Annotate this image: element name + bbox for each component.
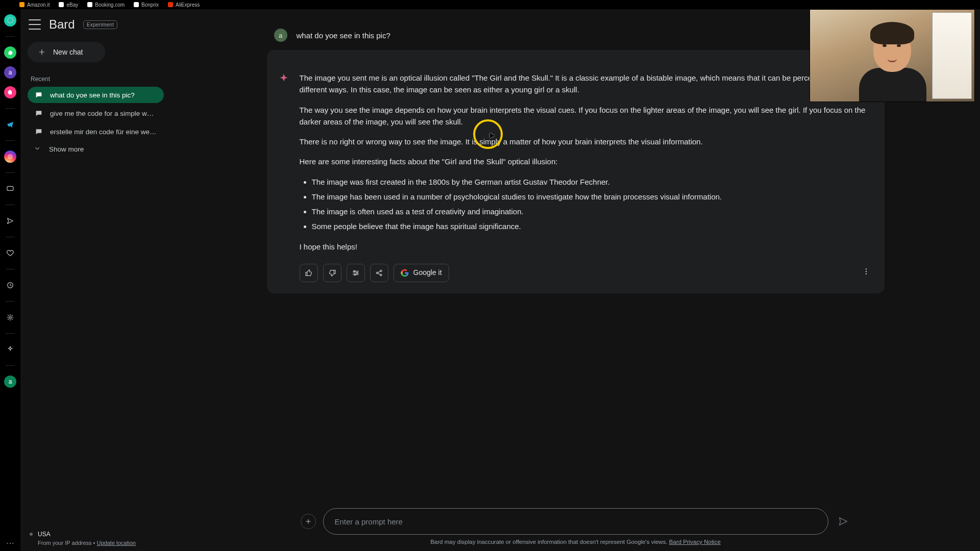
plus-icon — [37, 47, 47, 57]
response-list-item: The image has been used in a number of p… — [312, 191, 873, 203]
tab-label: AliExpress — [176, 2, 200, 8]
prompt-input[interactable] — [335, 517, 817, 526]
rail-icon-send[interactable] — [4, 215, 16, 227]
svg-rect-1 — [8, 155, 12, 159]
new-chat-label: New chat — [53, 48, 83, 56]
response-paragraph: Here are some interesting facts about th… — [300, 156, 873, 167]
tab-label: eBay — [66, 2, 78, 8]
svg-point-2 — [9, 156, 11, 157]
location-country: USA — [38, 531, 51, 538]
tune-button[interactable] — [347, 264, 365, 282]
rail-icon-settings[interactable] — [4, 311, 16, 323]
chat-item-label: erstelle mir den code für eine we… — [50, 128, 157, 136]
chat-list: what do yoe see in this pic? give me the… — [28, 87, 164, 140]
chat-item-label: what do yoe see in this pic? — [50, 91, 135, 99]
tab-label: Bonprix — [141, 2, 159, 8]
recent-label: Recent — [31, 76, 161, 83]
privacy-notice-link[interactable]: Bard Privacy Notice — [669, 539, 721, 545]
svg-point-12 — [865, 268, 866, 269]
browser-tab-amazon[interactable]: Amazon.it — [19, 2, 50, 8]
browser-tab-booking[interactable]: Booking.com — [87, 2, 125, 8]
svg-rect-3 — [7, 186, 13, 190]
browser-tabstrip: Amazon.it eBay Booking.com Bonprix AliEx… — [0, 0, 980, 9]
svg-point-13 — [865, 271, 866, 272]
app-rail: a a ⋯ — [0, 9, 20, 551]
response-list-item: The image was first created in the 1800s… — [312, 176, 873, 188]
show-more-button[interactable]: Show more — [28, 141, 164, 158]
chevron-down-icon — [34, 145, 42, 154]
svg-point-0 — [8, 18, 13, 23]
response-list: The image was first created in the 1800s… — [312, 176, 873, 233]
prompt-area: Bard may display inaccurate or offensive… — [186, 504, 965, 551]
sidebar-footer: USA From your IP address • Update locati… — [28, 531, 164, 546]
chat-item[interactable]: erstelle mir den code für eine we… — [28, 123, 164, 140]
user-avatar: a — [274, 29, 287, 42]
thumbs-down-button[interactable] — [323, 264, 341, 282]
experiment-badge: Experiment — [83, 20, 118, 29]
more-options-icon[interactable] — [859, 264, 873, 282]
response-list-item: The image is often used as a test of cre… — [312, 206, 873, 217]
thumbs-up-button[interactable] — [300, 264, 318, 282]
send-button[interactable] — [836, 514, 851, 529]
rail-icon-chat[interactable] — [4, 183, 16, 195]
response-paragraph: The way you see the image depends on how… — [300, 104, 873, 128]
bard-spark-icon — [278, 73, 290, 282]
user-message-text: what do yoe see in this pic? — [297, 31, 390, 40]
response-list-item: Some people believe that the image has s… — [312, 220, 873, 232]
rail-icon-history[interactable] — [4, 279, 16, 291]
brand-title: Bard — [49, 17, 75, 32]
tab-label: Booking.com — [95, 2, 125, 8]
update-location-link[interactable]: Update location — [97, 540, 136, 546]
browser-tab-bonprix[interactable]: Bonprix — [134, 2, 159, 8]
location-source: From your IP address • — [38, 540, 97, 546]
svg-point-5 — [9, 316, 11, 318]
disclaimer: Bard may display inaccurate or offensive… — [186, 535, 965, 548]
chat-bubble-icon — [35, 109, 43, 117]
prompt-input-wrap[interactable] — [323, 508, 828, 535]
browser-tab-ebay[interactable]: eBay — [59, 2, 78, 8]
rail-icon-workspace-active[interactable] — [4, 14, 16, 27]
chat-item[interactable]: give me the code for a simple w… — [28, 105, 164, 121]
disclaimer-text: Bard may display inaccurate or offensive… — [430, 539, 669, 545]
rail-icon-purple-app[interactable]: a — [4, 66, 16, 79]
chat-item[interactable]: what do yoe see in this pic? — [28, 87, 164, 103]
share-button[interactable] — [370, 264, 388, 282]
location-dot-icon — [30, 533, 33, 536]
rail-more-icon[interactable]: ⋯ — [6, 538, 14, 551]
google-logo-icon — [401, 269, 409, 277]
response-paragraph: I hope this helps! — [300, 241, 873, 253]
rail-icon-telegram[interactable] — [4, 118, 16, 131]
rail-icon-sparkle[interactable] — [4, 343, 16, 356]
svg-point-14 — [865, 273, 866, 274]
response-paragraph: There is no right or wrong way to see th… — [300, 136, 873, 147]
rail-icon-heart[interactable] — [4, 247, 16, 259]
response-paragraph: The image you sent me is an optical illu… — [300, 72, 873, 96]
google-it-label: Google it — [413, 267, 442, 279]
new-chat-button[interactable]: New chat — [28, 42, 105, 62]
google-it-button[interactable]: Google it — [394, 264, 449, 282]
chat-bubble-icon — [35, 91, 43, 99]
sidebar: Bard Experiment New chat Recent what do … — [20, 9, 171, 551]
rail-icon-whatsapp[interactable] — [4, 46, 16, 59]
webcam-overlay — [810, 9, 975, 102]
show-more-label: Show more — [49, 145, 84, 153]
tab-label: Amazon.it — [27, 2, 50, 8]
response-text: The image you sent me is an optical illu… — [300, 72, 873, 282]
rail-icon-avatar-a[interactable]: a — [4, 375, 16, 388]
chat-bubble-icon — [35, 128, 43, 136]
response-block: View other d The image you sent me is an… — [267, 50, 885, 293]
attach-button[interactable] — [301, 514, 316, 529]
bard-app: Bard Experiment New chat Recent what do … — [20, 9, 980, 551]
rail-icon-instagram[interactable] — [4, 151, 16, 163]
chat-item-label: give me the code for a simple w… — [50, 110, 154, 117]
feedback-row: Google it — [300, 264, 873, 282]
user-message-row: a what do yoe see in this pic? — [267, 23, 885, 47]
rail-icon-messenger[interactable] — [4, 86, 16, 98]
menu-icon[interactable] — [29, 19, 41, 30]
browser-tab-aliexpress[interactable]: AliExpress — [168, 2, 200, 8]
